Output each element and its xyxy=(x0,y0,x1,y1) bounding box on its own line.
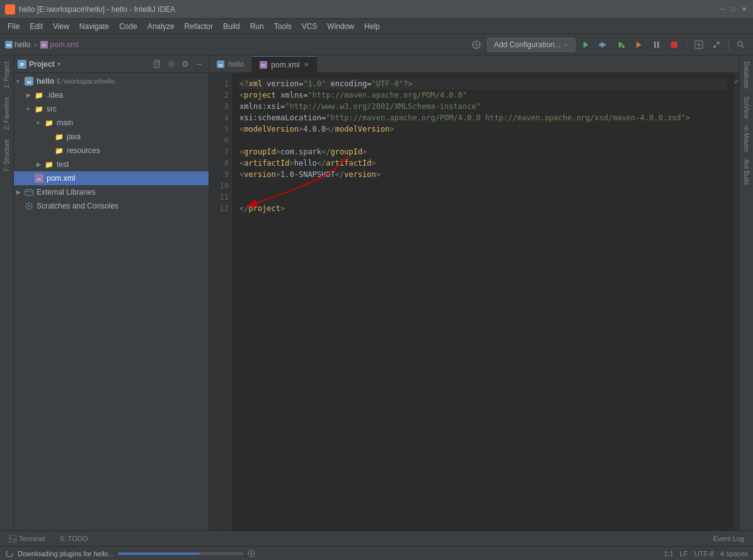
tree-arrow-test: ▶ xyxy=(37,161,44,168)
right-strip-sciview[interactable]: SciView xyxy=(742,93,751,122)
tree-item-pomxml[interactable]: m pom.xml xyxy=(14,171,209,185)
tree-item-hello[interactable]: ▾ m hello E:\workspace\hello xyxy=(14,74,209,88)
run-button[interactable] xyxy=(579,38,593,52)
breadcrumb-hello[interactable]: mhello xyxy=(5,40,30,49)
code-line-4: xsi:schemaLocation="http://maven.apache.… xyxy=(239,112,727,123)
menu-run[interactable]: Run xyxy=(245,21,269,32)
tree-label-resources: resources xyxy=(67,146,100,155)
svg-text:P: P xyxy=(20,62,24,68)
toolbar-separator-2 xyxy=(728,39,729,50)
tree-arrow: ▾ xyxy=(16,78,24,84)
build2-icon[interactable] xyxy=(710,38,723,52)
code-line-12: </project> xyxy=(239,203,727,214)
breadcrumb-pomxml[interactable]: mpom.xml xyxy=(40,40,78,49)
tree-item-java[interactable]: 📁 java xyxy=(14,130,209,144)
editor-content: 1 2 3 4 5 6 7 8 9 10 11 12 <?xml version… xyxy=(209,73,739,530)
left-strip: 1: Project 2: Favorites 7: Structure xyxy=(0,55,14,530)
code-line-1: <?xml version="1.0" encoding="UTF-8"?> xyxy=(239,78,727,89)
loading-icon xyxy=(5,549,14,558)
menu-file[interactable]: File xyxy=(3,21,25,32)
stop-button[interactable] xyxy=(667,38,681,52)
pause-button[interactable] xyxy=(650,38,664,52)
add-configuration-button[interactable]: Add Configuration... xyxy=(487,38,575,52)
editor-area: m hello m pom.xml ✕ 1 2 3 4 5 6 7 8 9 xyxy=(209,55,739,530)
svg-text:m: m xyxy=(37,177,41,181)
todo-tab[interactable]: 6: TODO xyxy=(57,534,92,544)
tree-label-idea: .idea xyxy=(47,91,63,100)
build-icon[interactable] xyxy=(692,38,706,52)
tree-item-main[interactable]: ▾ 📁 main xyxy=(14,116,209,130)
tree-label-src: src xyxy=(47,105,57,113)
svg-line-21 xyxy=(715,43,718,47)
gutter-checkmark: ✓ xyxy=(734,73,739,85)
folder-icon-test: 📁 xyxy=(44,159,54,169)
project-title[interactable]: P Project ▾ xyxy=(18,60,149,69)
menu-navigate[interactable]: Navigate xyxy=(74,21,114,32)
search-icon[interactable] xyxy=(734,38,748,52)
code-line-10 xyxy=(239,180,727,191)
line-endings: LF xyxy=(680,550,688,557)
compass-icon[interactable] xyxy=(469,38,483,52)
project-icon: P xyxy=(18,60,26,69)
xml-icon: m xyxy=(34,173,44,183)
debug-button[interactable] xyxy=(597,38,611,52)
coverage-button[interactable] xyxy=(614,38,628,52)
cancel-progress-icon[interactable] xyxy=(248,550,255,557)
sidebar-item-structure[interactable]: 7: Structure xyxy=(2,135,11,176)
menu-vcs[interactable]: VCS xyxy=(297,21,323,32)
menu-analyze[interactable]: Analyze xyxy=(142,21,180,32)
settings-icon[interactable] xyxy=(166,59,177,70)
menu-view[interactable]: View xyxy=(48,21,74,32)
svg-marker-7 xyxy=(583,42,589,48)
menu-build[interactable]: Build xyxy=(218,21,245,32)
tab-hello[interactable]: m hello xyxy=(209,56,252,72)
new-file-icon[interactable] xyxy=(152,59,163,70)
tab-close-pomxml[interactable]: ✕ xyxy=(304,61,309,68)
terminal-tab[interactable]: Terminal xyxy=(5,534,49,544)
svg-rect-43 xyxy=(9,535,16,542)
svg-rect-35 xyxy=(25,190,33,195)
code-area[interactable]: <?xml version="1.0" encoding="UTF-8"?> <… xyxy=(232,73,734,530)
tree-item-test[interactable]: ▶ 📁 test xyxy=(14,157,209,171)
tree-arrow-idea: ▶ xyxy=(26,92,34,98)
menu-help[interactable]: Help xyxy=(359,21,385,32)
svg-rect-9 xyxy=(599,43,601,46)
right-strip-ant[interactable]: Ant Build xyxy=(742,156,751,188)
tree-label-hello: hello xyxy=(37,77,54,86)
add-configuration-label: Add Configuration... xyxy=(494,40,561,49)
file-tree: ▾ m hello E:\workspace\hello ▶ 📁 .idea ▾… xyxy=(14,73,209,530)
menu-refactor[interactable]: Refactor xyxy=(180,21,218,32)
sidebar-item-favorites[interactable]: 2: Favorites xyxy=(2,93,11,134)
nav-bar: mhello › mpom.xml Add Configuration... xyxy=(0,34,753,55)
tab-pomxml[interactable]: m pom.xml ✕ xyxy=(252,56,316,72)
window-controls[interactable]: ─ □ ✕ xyxy=(718,5,748,13)
toolbar-separator xyxy=(686,39,687,50)
lib-icon xyxy=(24,187,34,197)
menu-tools[interactable]: Tools xyxy=(269,21,297,32)
profile-button[interactable] xyxy=(632,38,646,52)
gear-icon[interactable]: ⚙ xyxy=(180,59,191,70)
tree-item-idea[interactable]: ▶ 📁 .idea xyxy=(14,88,209,102)
tree-item-scratches[interactable]: Scratches and Consoles xyxy=(14,199,209,213)
sidebar-item-project[interactable]: 1: Project xyxy=(2,58,11,92)
collapse-icon[interactable]: – xyxy=(193,59,205,70)
code-line-2: <project xmlns="http://maven.apache.org/… xyxy=(239,89,727,101)
menu-window[interactable]: Window xyxy=(322,21,359,32)
maximize-button[interactable]: □ xyxy=(729,5,737,13)
tree-item-extlibs[interactable]: ▶ External Libraries xyxy=(14,185,209,199)
right-strip: Database SciView m Maven Ant Build xyxy=(739,55,753,530)
tab-pomxml-icon: m xyxy=(260,61,267,69)
progress-bar-fill xyxy=(118,552,200,555)
minimize-button[interactable]: ─ xyxy=(718,5,727,13)
tree-item-src[interactable]: ▾ 📁 src xyxy=(14,102,209,116)
right-strip-maven[interactable]: m Maven xyxy=(742,122,751,156)
right-strip-database[interactable]: Database xyxy=(742,58,751,93)
line-num-6: 6 xyxy=(212,135,229,146)
menu-edit[interactable]: Edit xyxy=(25,21,48,32)
menu-code[interactable]: Code xyxy=(114,21,142,32)
app-icon xyxy=(5,4,15,14)
close-button[interactable]: ✕ xyxy=(740,5,748,13)
line-num-2: 2 xyxy=(212,89,229,101)
tree-item-resources[interactable]: 📁 resources xyxy=(14,144,209,157)
event-log-tab[interactable]: Event Log xyxy=(709,534,748,544)
